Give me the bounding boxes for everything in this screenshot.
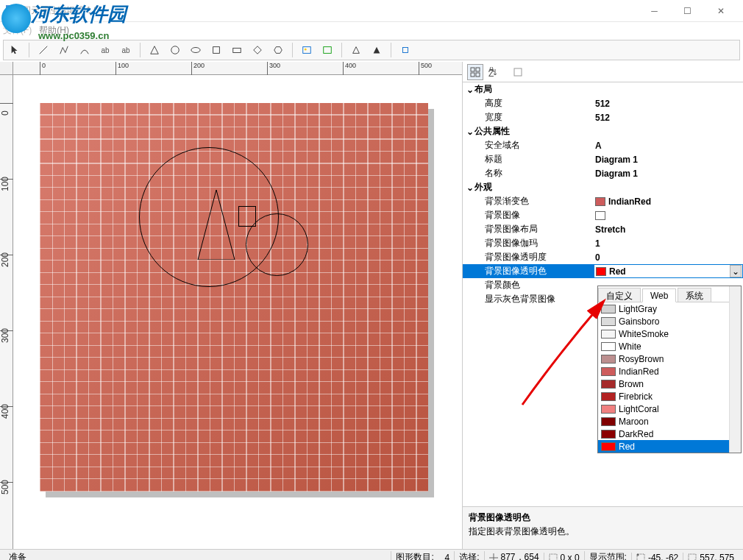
color-item-red[interactable]: Red <box>598 440 741 453</box>
cat-appearance[interactable]: ⌄外观 <box>463 180 743 194</box>
svg-point-3 <box>191 48 200 53</box>
color-item-whitesmoke[interactable]: WhiteSmoke <box>598 327 741 340</box>
status-shapes: 图形数目: 4 <box>391 551 454 560</box>
prop-title[interactable]: 标题Diagram 1 <box>463 152 743 166</box>
ruler-corner <box>0 62 13 75</box>
props-alphabetical-button[interactable]: AZ <box>485 64 501 80</box>
status-ready: 准备 <box>4 551 391 560</box>
tool-rect[interactable] <box>229 42 245 58</box>
minimize-button[interactable]: ─ <box>638 0 671 21</box>
tool-triangle-fill[interactable] <box>369 42 385 58</box>
svg-rect-8 <box>303 47 311 54</box>
color-item-darkred[interactable]: DarkRed <box>598 428 741 440</box>
color-list-scrollbar[interactable] <box>729 302 741 453</box>
tool-text-ab[interactable]: ab <box>97 42 113 58</box>
color-tab-custom[interactable]: 自定义 <box>598 288 641 302</box>
svg-rect-26 <box>689 554 696 561</box>
cat-public[interactable]: ⌄公共属性 <box>463 124 743 138</box>
props-toolbar: AZ <box>463 62 743 82</box>
prop-bg-image-opacity[interactable]: 背景图像透明度0 <box>463 250 743 264</box>
statusbar: 准备 图形数目: 4 选择: 877，654 0 x 0 显示范围: -45, … <box>0 549 743 560</box>
svg-text:Z: Z <box>488 68 494 77</box>
svg-rect-10 <box>324 47 332 54</box>
tool-polyline[interactable] <box>56 42 72 58</box>
svg-rect-17 <box>471 73 474 77</box>
color-item-firebrick[interactable]: Firebrick <box>598 390 741 403</box>
menu-file[interactable]: 文件(F) <box>3 24 32 37</box>
menubar: 文件(F) 帮助(H) <box>0 22 743 38</box>
canvas-area: 0100200300400500 0100200300400500 <box>0 62 462 549</box>
maximize-button[interactable]: ☐ <box>671 0 704 21</box>
color-tab-web[interactable]: Web <box>642 288 676 302</box>
color-item-brown[interactable]: Brown <box>598 378 741 390</box>
color-item-indianred[interactable]: IndianRed <box>598 365 741 378</box>
prop-width[interactable]: 宽度512 <box>463 110 743 124</box>
svg-point-2 <box>171 46 179 54</box>
prop-bg-image-trans[interactable]: 背景图像透明色Red⌄ <box>463 264 743 278</box>
prop-bg-gradient[interactable]: 背景渐变色IndianRed <box>463 194 743 208</box>
tool-line[interactable] <box>35 42 51 58</box>
tool-pointer[interactable] <box>7 42 23 58</box>
menu-help[interactable]: 帮助(H) <box>39 24 69 37</box>
color-item-gainsboro[interactable]: Gainsboro <box>598 315 741 327</box>
window-title: 图元属性编辑器 1.0 <box>22 4 638 17</box>
app-icon <box>6 5 18 17</box>
prop-height[interactable]: 高度512 <box>463 96 743 110</box>
status-size: 0 x 0 <box>544 553 584 561</box>
props-categorized-button[interactable] <box>467 64 483 80</box>
svg-rect-16 <box>476 68 480 71</box>
tool-ellipse[interactable] <box>188 42 204 58</box>
svg-rect-15 <box>471 68 474 71</box>
svg-rect-21 <box>514 68 522 76</box>
tool-text-ab2[interactable]: ab <box>118 42 134 58</box>
ruler-horizontal: 0100200300400500 <box>13 62 462 75</box>
props-grid: ⌄布局 高度512 宽度512 ⌄公共属性 安全域名A 标题Diagram 1 … <box>463 82 743 506</box>
tool-image[interactable] <box>299 42 315 58</box>
svg-rect-4 <box>213 47 220 54</box>
tool-triangle-outline[interactable] <box>348 42 364 58</box>
tool-gif[interactable] <box>319 42 335 58</box>
svg-point-25 <box>636 553 639 556</box>
tool-circle[interactable] <box>167 42 183 58</box>
ruler-vertical: 0100200300400500 <box>0 75 13 549</box>
status-selection: 选择: <box>454 551 483 560</box>
canvas[interactable] <box>40 103 428 492</box>
svg-marker-14 <box>198 190 235 260</box>
tool-diamond[interactable] <box>249 42 266 58</box>
tool-misc[interactable] <box>397 42 413 58</box>
color-item-rosybrown[interactable]: RosyBrown <box>598 352 741 365</box>
status-cursor: 877，654 <box>484 551 544 560</box>
prop-bg-image-layout[interactable]: 背景图像布局Stretch <box>463 222 743 236</box>
props-pages-button[interactable] <box>510 64 526 80</box>
color-item-lightgray[interactable]: LightGray <box>598 302 741 315</box>
dropdown-arrow-icon[interactable]: ⌄ <box>730 265 742 277</box>
svg-marker-6 <box>254 46 262 54</box>
color-list[interactable]: LightGrayGainsboroWhiteSmokeWhiteRosyBro… <box>598 302 741 453</box>
color-item-maroon[interactable]: Maroon <box>598 415 741 428</box>
tool-hexagon[interactable] <box>270 42 286 58</box>
svg-marker-12 <box>374 47 380 54</box>
close-button[interactable]: ✕ <box>704 0 737 21</box>
prop-bg-image[interactable]: 背景图像 <box>463 208 743 222</box>
toolbar: ab ab <box>3 40 740 60</box>
tool-square[interactable] <box>208 42 224 58</box>
svg-line-0 <box>40 46 48 54</box>
color-item-white[interactable]: White <box>598 340 741 352</box>
status-range-tl: -45, -62 <box>631 553 683 561</box>
cat-layout[interactable]: ⌄布局 <box>463 82 743 96</box>
prop-domain[interactable]: 安全域名A <box>463 138 743 152</box>
prop-bg-image-gamma[interactable]: 背景图像伽玛1 <box>463 236 743 250</box>
svg-marker-11 <box>353 47 360 54</box>
svg-marker-7 <box>274 47 282 54</box>
tool-curve[interactable] <box>77 42 93 58</box>
color-item-lightcoral[interactable]: LightCoral <box>598 403 741 415</box>
canvas-viewport[interactable] <box>13 75 462 549</box>
color-tab-system[interactable]: 系统 <box>678 288 711 302</box>
shape-triangle[interactable] <box>191 190 242 260</box>
svg-rect-5 <box>233 48 241 52</box>
svg-rect-18 <box>476 73 480 77</box>
tool-triangle[interactable] <box>146 42 163 58</box>
prop-name[interactable]: 名称Diagram 1 <box>463 166 743 180</box>
properties-panel: AZ ⌄布局 高度512 宽度512 ⌄公共属性 安全域名A 标题Diagram… <box>462 62 743 549</box>
status-range-br: 557, 575 <box>683 553 739 561</box>
